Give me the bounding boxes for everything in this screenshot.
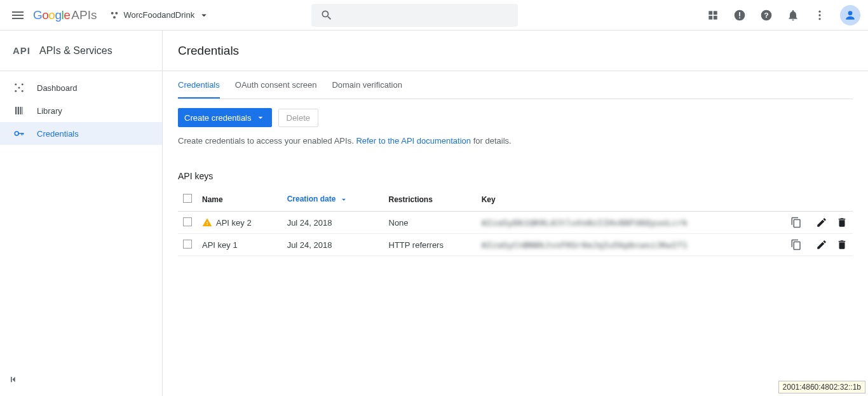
search-box[interactable] [311,4,518,27]
api-logo-icon: API [13,45,31,56]
svg-rect-26 [18,133,24,134]
svg-rect-6 [714,15,717,19]
button-label: Create credentials [184,113,252,123]
svg-rect-22 [18,107,19,114]
col-creation-date[interactable]: Creation date [282,188,384,212]
svg-point-15 [848,11,853,15]
svg-rect-27 [22,133,23,135]
sidebar-section-title: APIs & Services [39,45,112,57]
key-restrictions: HTTP referrers [384,234,477,256]
tab-credentials[interactable]: Credentials [178,71,220,99]
svg-point-0 [111,11,114,14]
main-content: Credentials Credentials OAuth consent sc… [163,31,868,396]
col-creation-label: Creation date [287,195,336,203]
copy-icon[interactable] [790,217,803,228]
svg-text:?: ? [764,11,768,19]
svg-point-20 [18,87,20,89]
delete-button[interactable]: Delete [278,109,319,127]
project-picker[interactable]: WorcFoodandDrink [109,10,210,21]
delete-icon[interactable] [836,239,848,250]
svg-point-1 [116,11,118,14]
delete-icon[interactable] [836,217,848,228]
edit-icon[interactable] [816,239,827,250]
svg-point-14 [818,18,820,20]
key-name[interactable]: API key 1 [202,240,238,250]
top-bar: Google APIs WorcFoodandDrink ? [0,0,868,31]
svg-rect-5 [709,15,712,19]
create-credentials-button[interactable]: Create credentials [178,108,272,127]
col-key[interactable]: Key [477,188,785,212]
key-value: AIzaSyDb1QK0LdJtluVo8zIIHv88FU6QyuoLcrk [482,218,688,228]
col-name[interactable]: Name [197,188,282,212]
menu-icon[interactable] [10,8,25,23]
api-doc-link[interactable]: Refer to the API documentation [356,136,471,146]
sidebar-item-label: Dashboard [37,83,78,93]
search-icon [320,9,333,22]
copy-icon[interactable] [790,239,803,250]
gift-icon[interactable] [707,9,719,22]
api-keys-title: API keys [178,171,853,181]
sort-down-icon [339,195,348,204]
svg-point-25 [15,132,18,135]
help-post: for details. [471,136,512,146]
col-restrictions[interactable]: Restrictions [384,188,477,212]
collapse-sidebar-icon[interactable] [8,373,154,386]
svg-rect-9 [739,17,740,18]
svg-point-12 [818,10,820,12]
page-title: Credentials [178,44,239,58]
google-logo-text: Google [33,8,70,22]
dashboard-icon [13,81,25,94]
svg-rect-28 [23,133,24,134]
svg-point-2 [113,16,116,18]
warning-icon [202,217,212,228]
sidebar-item-label: Credentials [37,129,79,139]
sidebar-item-library[interactable]: Library [0,99,162,122]
svg-rect-23 [20,107,22,114]
svg-point-13 [818,14,820,16]
row-checkbox[interactable] [183,240,192,249]
more-icon[interactable] [813,9,826,22]
tab-domain-verification[interactable]: Domain verification [332,71,402,99]
svg-rect-8 [739,12,740,17]
sidebar-item-credentials[interactable]: Credentials [0,122,162,145]
key-restrictions: None [384,212,477,234]
project-name: WorcFoodandDrink [123,10,194,20]
dropdown-icon [198,10,210,21]
sidebar: API APIs & Services Dashboard Library [0,31,163,396]
svg-point-16 [15,83,17,85]
sidebar-header[interactable]: API APIs & Services [0,31,162,71]
notifications-icon[interactable] [787,9,799,22]
key-value: AIzaSyCnBN8kJvxFKGr6eJqIu5kpbcwxzJKwIf1 [482,240,688,250]
key-creation: Jul 24, 2018 [282,212,384,234]
help-text: Create credentials to access your enable… [178,136,853,146]
table-row: API key 2 Jul 24, 2018 None AIzaSyDb1QK0… [178,212,853,234]
sidebar-item-label: Library [37,106,62,116]
api-keys-table: Name Creation date Restrictions Key [178,188,853,256]
edit-icon[interactable] [816,217,827,228]
svg-rect-4 [714,11,717,15]
key-creation: Jul 24, 2018 [282,234,384,256]
report-icon[interactable] [733,9,746,22]
table-row: API key 1 Jul 24, 2018 HTTP referrers AI… [178,234,853,256]
select-all-checkbox[interactable] [183,194,192,203]
key-icon [13,127,25,140]
svg-rect-29 [11,377,12,382]
library-icon [13,104,25,117]
dropdown-icon [255,113,266,123]
svg-rect-24 [22,107,23,114]
svg-point-19 [22,90,24,92]
key-name[interactable]: API key 2 [216,218,252,228]
svg-point-17 [22,83,24,85]
help-icon[interactable]: ? [760,9,773,22]
account-avatar[interactable] [840,5,860,25]
google-apis-logo[interactable]: Google APIs [33,8,97,22]
sidebar-item-dashboard[interactable]: Dashboard [0,76,162,99]
svg-rect-3 [709,11,712,15]
row-checkbox[interactable] [183,217,192,226]
tab-oauth-consent[interactable]: OAuth consent screen [235,71,317,99]
svg-rect-21 [15,107,17,114]
svg-point-18 [15,90,17,92]
page-header: Credentials [163,31,868,71]
tab-bar: Credentials OAuth consent screen Domain … [178,71,853,99]
top-icons: ? [707,9,826,22]
